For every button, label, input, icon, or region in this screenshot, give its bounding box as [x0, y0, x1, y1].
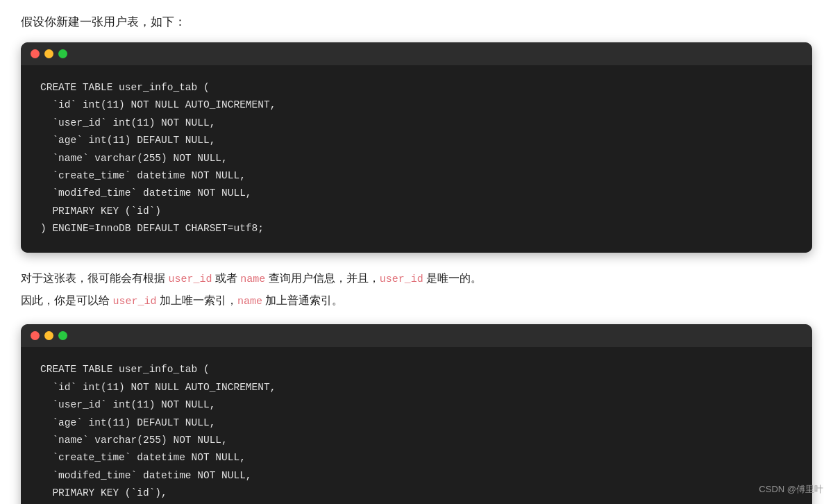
dot-yellow-1 — [44, 49, 53, 58]
highlight-user-id-1: user_id — [168, 274, 212, 285]
code-titlebar-1 — [21, 42, 812, 65]
dot-green-2 — [58, 331, 67, 340]
line2-before: 因此，你是可以给 — [21, 294, 112, 306]
line1-mid2: 查询用户信息，并且， — [265, 272, 379, 284]
code-content-2: CREATE TABLE user_info_tab ( `id` int(11… — [21, 347, 812, 504]
line2-mid1: 加上唯一索引， — [156, 294, 237, 306]
code-block-1: CREATE TABLE user_info_tab ( `id` int(11… — [21, 42, 812, 253]
dot-green-1 — [58, 49, 67, 58]
dot-red-1 — [31, 49, 40, 58]
line1-mid1: 或者 — [212, 272, 240, 284]
line2-after: 加上普通索引。 — [262, 294, 343, 306]
code-titlebar-2 — [21, 324, 812, 347]
dot-red-2 — [31, 331, 40, 340]
highlight-name-2: name — [237, 296, 262, 308]
highlight-user-id-2: user_id — [380, 274, 423, 285]
watermark: CSDN @傅里叶 — [759, 483, 823, 496]
highlight-name-1: name — [240, 274, 265, 285]
between-line2: 因此，你是可以给 user_id 加上唯一索引，name 加上普通索引。 — [21, 294, 343, 306]
between-line1: 对于这张表，很可能会有根据 user_id 或者 name 查询用户信息，并且，… — [21, 272, 482, 284]
code-content-1: CREATE TABLE user_info_tab ( `id` int(11… — [21, 65, 812, 253]
line1-after: 是唯一的。 — [423, 272, 482, 284]
dot-yellow-2 — [44, 331, 53, 340]
intro-text: 假设你新建一张用户表，如下： — [21, 14, 812, 30]
code-block-2: CREATE TABLE user_info_tab ( `id` int(11… — [21, 324, 812, 504]
line1-before: 对于这张表，很可能会有根据 — [21, 272, 168, 284]
between-text: 对于这张表，很可能会有根据 user_id 或者 name 查询用户信息，并且，… — [21, 268, 812, 312]
highlight-user-id-3: user_id — [112, 296, 156, 308]
